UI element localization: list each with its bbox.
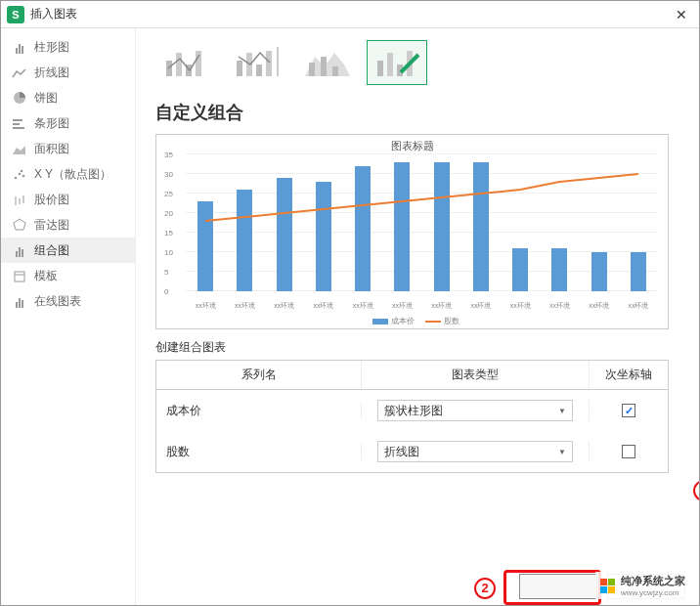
- svg-rect-18: [196, 51, 201, 76]
- sidebar-item-scatter[interactable]: X Y（散点图）: [1, 161, 135, 187]
- subtype-row: [155, 40, 679, 85]
- line-chart-icon: [11, 65, 28, 79]
- subtype-4[interactable]: [367, 40, 427, 85]
- chart-title: 图表标题: [156, 135, 668, 153]
- callout-1: 1: [693, 480, 699, 501]
- svg-point-8: [21, 170, 23, 173]
- watermark-url: www.ycwjzy.com: [621, 588, 685, 597]
- annotation-box-2: [503, 570, 601, 605]
- watermark: 纯净系统之家 www.ycwjzy.com: [595, 572, 689, 599]
- close-icon[interactable]: ✕: [670, 7, 693, 22]
- bar-chart-icon: [11, 116, 28, 130]
- area-chart-icon: [11, 142, 28, 155]
- svg-rect-16: [176, 53, 182, 76]
- sidebar-item-label: 饼图: [34, 90, 58, 107]
- titlebar: S 插入图表 ✕: [1, 1, 699, 28]
- stock-chart-icon: [11, 193, 28, 206]
- sidebar-item-label: 模板: [34, 268, 58, 284]
- svg-rect-25: [309, 63, 315, 76]
- section-subtitle: 创建组合图表: [155, 339, 679, 356]
- insert-chart-dialog: S 插入图表 ✕ 柱形图 折线图 饼图 条形图 面积图 X Y（散点图） 股价图…: [0, 0, 700, 606]
- svg-point-5: [15, 177, 18, 180]
- sidebar-item-radar[interactable]: 雷达图: [1, 212, 135, 238]
- subtype-1[interactable]: [155, 40, 216, 85]
- chart-legend: 成本价 股数: [156, 316, 668, 326]
- chart-type-select-1[interactable]: 折线图▼: [377, 441, 573, 462]
- column-chart-icon: [11, 40, 28, 54]
- svg-rect-19: [237, 61, 242, 76]
- secondary-axis-checkbox-0[interactable]: ✓: [622, 404, 635, 417]
- svg-point-6: [19, 173, 22, 176]
- series-row-1: 股数 折线图▼: [156, 431, 668, 472]
- series-table: 系列名 图表类型 次坐标轴 成本价 簇状柱形图▼ ✓ 股数 折线图▼: [155, 360, 669, 473]
- sidebar-item-column[interactable]: 柱形图: [1, 34, 135, 60]
- scatter-chart-icon: [11, 167, 28, 181]
- svg-rect-21: [256, 65, 262, 76]
- svg-rect-2: [13, 123, 20, 125]
- series-name: 成本价: [156, 403, 362, 419]
- secondary-axis-checkbox-1[interactable]: [622, 445, 635, 458]
- radar-chart-icon: [11, 218, 28, 232]
- col-series-name: 系列名: [156, 361, 362, 389]
- template-icon: [11, 269, 28, 282]
- series-name: 股数: [156, 444, 362, 460]
- svg-rect-27: [332, 66, 338, 76]
- combo-chart-icon: [11, 243, 28, 257]
- legend-swatch-bar: [372, 319, 388, 325]
- svg-rect-28: [377, 61, 383, 76]
- sidebar-item-label: 雷达图: [34, 217, 69, 234]
- sidebar-item-combo[interactable]: 组合图: [1, 238, 135, 263]
- col-chart-type: 图表类型: [362, 361, 590, 389]
- sidebar-item-label: 条形图: [34, 115, 69, 132]
- svg-rect-22: [266, 51, 272, 76]
- section-title: 自定义组合: [155, 101, 679, 124]
- sidebar-item-line[interactable]: 折线图: [1, 60, 135, 85]
- sidebar-item-area[interactable]: 面积图: [1, 136, 135, 161]
- svg-marker-12: [14, 219, 25, 230]
- pie-chart-icon: [11, 91, 28, 105]
- sidebar-item-label: 股价图: [34, 192, 69, 208]
- dialog-title: 插入图表: [30, 6, 670, 22]
- sidebar-item-bar[interactable]: 条形图: [1, 110, 135, 136]
- legend-swatch-line: [425, 321, 441, 323]
- series-table-head: 系列名 图表类型 次坐标轴: [156, 361, 668, 390]
- app-icon: S: [7, 6, 24, 23]
- svg-rect-13: [15, 272, 24, 281]
- sidebar-item-pie[interactable]: 饼图: [1, 85, 135, 110]
- chevron-down-icon: ▼: [558, 448, 566, 456]
- watermark-name: 纯净系统之家: [621, 574, 685, 588]
- svg-marker-4: [13, 146, 25, 154]
- col-secondary-axis: 次坐标轴: [590, 361, 668, 389]
- callout-2: 2: [474, 578, 496, 599]
- sidebar-item-label: X Y（散点图）: [34, 166, 111, 183]
- sidebar-item-template[interactable]: 模板: [1, 263, 135, 288]
- sidebar-item-label: 组合图: [34, 242, 69, 259]
- sidebar-item-label: 在线图表: [34, 293, 81, 310]
- svg-rect-29: [387, 53, 393, 76]
- chart-type-select-0[interactable]: 簇状柱形图▼: [377, 400, 573, 421]
- subtype-2[interactable]: [226, 40, 286, 85]
- main-panel: 自定义组合 图表标题 05101520253035 xx环境xx环境xx环境xx…: [136, 28, 699, 605]
- sidebar-item-label: 折线图: [34, 65, 69, 81]
- chart-type-sidebar: 柱形图 折线图 饼图 条形图 面积图 X Y（散点图） 股价图 雷达图 组合图 …: [1, 28, 136, 605]
- sidebar-item-stock[interactable]: 股价图: [1, 187, 135, 212]
- chevron-down-icon: ▼: [558, 407, 566, 415]
- chart-preview: 图表标题 05101520253035 xx环境xx环境xx环境xx环境xx环境…: [155, 134, 669, 329]
- svg-point-7: [22, 175, 25, 178]
- svg-rect-3: [13, 127, 24, 129]
- svg-rect-1: [13, 119, 22, 121]
- svg-rect-26: [321, 57, 327, 76]
- online-chart-icon: [11, 294, 28, 308]
- sidebar-item-label: 面积图: [34, 141, 69, 157]
- subtype-3[interactable]: [296, 40, 357, 85]
- sidebar-item-online[interactable]: 在线图表: [1, 288, 135, 314]
- watermark-logo-icon: [599, 578, 615, 593]
- sidebar-item-label: 柱形图: [34, 39, 69, 56]
- series-row-0: 成本价 簇状柱形图▼ ✓: [156, 390, 668, 431]
